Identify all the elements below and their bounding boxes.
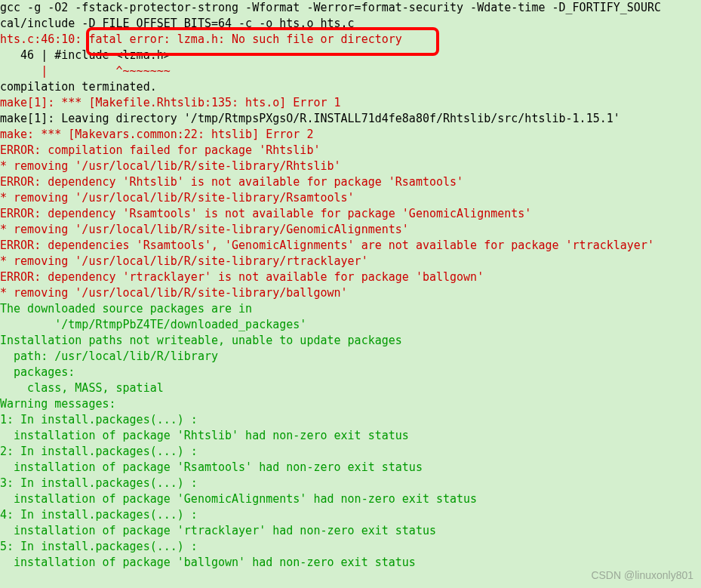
terminal-line: ERROR: dependency 'rtracklayer' is not a…	[0, 269, 701, 285]
terminal-text: * removing '/usr/local/lib/R/site-librar…	[0, 286, 348, 300]
terminal-text: gcc -g -O2 -fstack-protector-strong -Wfo…	[0, 1, 661, 14]
terminal-text: 2: In install.packages(...) :	[0, 445, 198, 458]
terminal-line: ERROR: dependency 'Rsamtools' is not ava…	[0, 206, 701, 222]
terminal-line: installation of package 'rtracklayer' ha…	[0, 523, 701, 539]
terminal-text: cal/include -D_FILE_OFFSET_BITS=64 -c -o…	[0, 17, 355, 30]
terminal-text: ERROR: dependencies 'Rsamtools', 'Genomi…	[0, 239, 654, 252]
terminal-text: * removing '/usr/local/lib/R/site-librar…	[0, 223, 409, 236]
terminal-line: class, MASS, spatial	[0, 380, 701, 396]
terminal-text: * removing '/usr/local/lib/R/site-librar…	[0, 159, 341, 173]
terminal-text: make[1]: *** [Makefile.Rhtslib:135: hts.…	[0, 96, 341, 109]
terminal-text: ERROR: dependency 'Rsamtools' is not ava…	[0, 207, 531, 220]
terminal-line: * removing '/usr/local/lib/R/site-librar…	[0, 254, 701, 269]
terminal-text: The downloaded source packages are in	[0, 302, 252, 316]
terminal-text: 4: In install.packages(...) :	[0, 508, 198, 522]
terminal-text: 3: In install.packages(...) :	[0, 476, 198, 490]
terminal-text: packages:	[0, 365, 75, 379]
terminal-line: The downloaded source packages are in	[0, 301, 701, 317]
terminal-line: * removing '/usr/local/lib/R/site-librar…	[0, 159, 701, 174]
terminal-line: installation of package 'Rhtslib' had no…	[0, 428, 701, 444]
terminal-line: make[1]: Leaving directory '/tmp/RtmpsPX…	[0, 111, 701, 127]
terminal-text: compilation terminated.	[0, 80, 157, 94]
terminal-line: installation of package 'GenomicAlignmen…	[0, 491, 701, 507]
terminal-text: class, MASS, spatial	[0, 381, 164, 395]
terminal-text: make: *** [Makevars.common:22: htslib] E…	[0, 128, 313, 141]
terminal-text: Installation paths not writeable, unable…	[0, 334, 402, 347]
terminal-line: Installation paths not writeable, unable…	[0, 333, 701, 349]
terminal-line: cal/include -D_FILE_OFFSET_BITS=64 -c -o…	[0, 16, 701, 32]
terminal-text: * removing '/usr/local/lib/R/site-librar…	[0, 254, 368, 268]
terminal-text: fatal error: lzma.h: No such file or dir…	[81, 32, 401, 46]
terminal-line: 3: In install.packages(...) :	[0, 476, 701, 491]
terminal-line: Warning messages:	[0, 396, 701, 412]
terminal-line: | ^~~~~~~~	[0, 63, 701, 79]
terminal-line: * removing '/usr/local/lib/R/site-librar…	[0, 190, 701, 206]
terminal-text: '/tmp/RtmpPbZ4TE/downloaded_packages'	[0, 318, 306, 331]
terminal-text: make[1]: Leaving directory '/tmp/RtmpsPX…	[0, 112, 620, 125]
terminal-line: gcc -g -O2 -fstack-protector-strong -Wfo…	[0, 0, 701, 16]
terminal-text: | ^~~~~~~~	[0, 64, 171, 78]
terminal-line: 5: In install.packages(...) :	[0, 539, 701, 555]
terminal-line: ERROR: dependency 'Rhtslib' is not avail…	[0, 174, 701, 190]
terminal-text: installation of package 'GenomicAlignmen…	[0, 492, 477, 506]
terminal-text: installation of package 'rtracklayer' ha…	[0, 524, 436, 537]
terminal-text: 5: In install.packages(...) :	[0, 540, 198, 553]
terminal-line: * removing '/usr/local/lib/R/site-librar…	[0, 222, 701, 238]
terminal-text: 46 | #include <lzma.h>	[0, 48, 171, 62]
terminal-line: ERROR: compilation failed for package 'R…	[0, 143, 701, 159]
watermark: CSDN @linuxonly801	[591, 568, 693, 583]
terminal-line: 1: In install.packages(...) :	[0, 412, 701, 428]
terminal-text: installation of package 'Rhtslib' had no…	[0, 429, 409, 442]
terminal-line: ERROR: dependencies 'Rsamtools', 'Genomi…	[0, 238, 701, 254]
terminal-text: path: /usr/local/lib/R/library	[0, 349, 218, 363]
terminal-line: hts.c:46:10: fatal error: lzma.h: No suc…	[0, 32, 701, 48]
terminal-line: * removing '/usr/local/lib/R/site-librar…	[0, 285, 701, 301]
terminal-text: * removing '/usr/local/lib/R/site-librar…	[0, 191, 355, 205]
terminal-line: 2: In install.packages(...) :	[0, 444, 701, 460]
terminal-line: make[1]: *** [Makefile.Rhtslib:135: hts.…	[0, 95, 701, 111]
terminal-output: gcc -g -O2 -fstack-protector-strong -Wfo…	[0, 0, 701, 571]
terminal-text: ERROR: dependency 'Rhtslib' is not avail…	[0, 175, 463, 189]
terminal-line: path: /usr/local/lib/R/library	[0, 349, 701, 365]
terminal-text: ERROR: compilation failed for package 'R…	[0, 143, 320, 157]
terminal-line: '/tmp/RtmpPbZ4TE/downloaded_packages'	[0, 317, 701, 333]
terminal-text: hts.c:46:10:	[0, 32, 81, 46]
terminal-line: installation of package 'Rsamtools' had …	[0, 460, 701, 476]
terminal-line: packages:	[0, 365, 701, 380]
terminal-text: 1: In install.packages(...) :	[0, 413, 198, 426]
terminal-text: ERROR: dependency 'rtracklayer' is not a…	[0, 270, 484, 284]
terminal-line: 46 | #include <lzma.h>	[0, 48, 701, 63]
terminal-line: 4: In install.packages(...) :	[0, 507, 701, 523]
terminal-line: compilation terminated.	[0, 79, 701, 95]
terminal-line: make: *** [Makevars.common:22: htslib] E…	[0, 127, 701, 143]
terminal-text: Warning messages:	[0, 397, 116, 411]
terminal-text: installation of package 'Rsamtools' had …	[0, 460, 423, 474]
terminal-text: installation of package 'ballgown' had n…	[0, 556, 416, 569]
